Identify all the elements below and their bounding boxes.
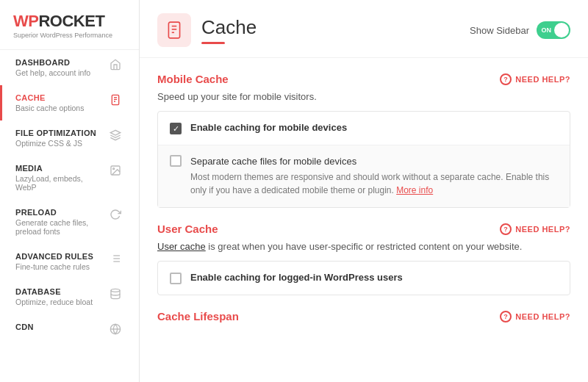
sidebar-toggle-label: Show Sidebar [470, 25, 529, 36]
page-icon [157, 13, 191, 47]
sidebar-item-preload-title: PRELOAD [15, 208, 105, 217]
page-title-underline [201, 42, 225, 44]
separate-cache-desc: Most modern themes are responsive and sh… [190, 170, 558, 197]
mobile-cache-options: ✓ Enable caching for mobile devices Sepa… [157, 111, 570, 208]
sidebar-item-media[interactable]: MEDIA LazyLoad, embeds, WebP [0, 156, 139, 200]
toggle-on-label: ON [542, 26, 552, 34]
separate-cache-label: Separate cache files for mobile devices [190, 156, 356, 167]
user-cache-section: User Cache ? NEED HELP? User cache is gr… [157, 223, 570, 295]
media-icon [105, 165, 126, 176]
sidebar-item-preload[interactable]: PRELOAD Generate cache files, preload fo… [0, 200, 139, 244]
cache-lifespan-need-help[interactable]: ? NEED HELP? [500, 311, 570, 322]
separate-cache-row: Separate cache files for mobile devices … [158, 145, 570, 207]
sidebar-item-cdn[interactable]: CDN [0, 314, 139, 343]
sidebar-item-cache-title: CACHE [15, 93, 105, 102]
svg-rect-16 [168, 22, 179, 38]
user-cache-need-help-icon: ? [500, 223, 512, 235]
logo-wp: WP [13, 12, 38, 31]
sidebar-item-adv-rules-sub: Fine-tune cache rules [15, 262, 105, 271]
user-cache-title: User Cache [157, 223, 218, 235]
enable-logged-in-cache-checkbox[interactable] [170, 273, 182, 284]
svg-marker-4 [110, 130, 120, 135]
advanced-rules-icon [105, 253, 126, 264]
page-title: Cache [201, 16, 257, 39]
user-cache-options: Enable caching for logged-in WordPress u… [157, 261, 570, 295]
enable-mobile-cache-label: Enable caching for mobile devices [190, 122, 347, 133]
sidebar-toggle-area: Show Sidebar ON [470, 21, 570, 39]
sidebar-item-file-optimization[interactable]: FILE OPTIMIZATION Optimize CSS & JS [0, 120, 139, 156]
separate-cache-checkbox[interactable] [170, 155, 182, 167]
content-area: Mobile Cache ? NEED HELP? Speed up your … [140, 73, 588, 343]
cdn-icon [105, 323, 126, 335]
sidebar-toggle-button[interactable]: ON [537, 21, 570, 39]
sidebar-item-database-title: DATABASE [15, 287, 105, 296]
user-cache-desc: User cache is great when you have user-s… [157, 241, 570, 252]
svg-point-13 [111, 289, 120, 292]
cache-lifespan-section: Cache Lifespan ? NEED HELP? [157, 310, 570, 322]
cache-lifespan-header: Cache Lifespan ? NEED HELP? [157, 310, 570, 322]
preload-icon [105, 209, 126, 220]
svg-point-6 [113, 168, 115, 170]
sidebar-item-cache[interactable]: CACHE Basic cache options [0, 85, 139, 120]
sidebar-item-file-opt-title: FILE OPTIMIZATION [15, 129, 105, 137]
sidebar-item-cdn-title: CDN [15, 322, 105, 331]
cache-icon [105, 94, 126, 106]
sidebar-item-file-opt-sub: Optimize CSS & JS [15, 139, 105, 148]
user-cache-need-help[interactable]: ? NEED HELP? [500, 223, 570, 235]
file-opt-icon [105, 129, 126, 141]
mobile-cache-header: Mobile Cache ? NEED HELP? [157, 73, 570, 85]
mobile-cache-desc: Speed up your site for mobile visitors. [157, 91, 570, 102]
sidebar-item-dashboard[interactable]: DASHBOARD Get help, account info [0, 50, 139, 85]
need-help-icon: ? [500, 73, 512, 85]
page-header: Cache Show Sidebar ON [140, 0, 588, 58]
sidebar-item-media-title: MEDIA [15, 164, 105, 173]
cache-lifespan-title: Cache Lifespan [157, 310, 239, 322]
more-info-link[interactable]: More info [396, 185, 433, 195]
sidebar-item-database[interactable]: DATABASE Optimize, reduce bloat [0, 279, 139, 314]
user-cache-header: User Cache ? NEED HELP? [157, 223, 570, 235]
main-content: Cache Show Sidebar ON Mobile Cache ? [140, 0, 588, 382]
sidebar-item-cache-sub: Basic cache options [15, 104, 105, 112]
database-icon [105, 288, 126, 300]
sidebar: WP ROCKET Superior WordPress Performance… [0, 0, 140, 382]
enable-mobile-cache-checkbox[interactable]: ✓ [170, 123, 182, 134]
logo-sub: Superior WordPress Performance [13, 32, 126, 39]
toggle-circle [554, 23, 569, 37]
mobile-cache-title: Mobile Cache [157, 73, 229, 85]
sidebar-nav: DASHBOARD Get help, account info CACHE B… [0, 50, 139, 343]
main-inner: Cache Show Sidebar ON Mobile Cache ? [140, 0, 588, 382]
mobile-cache-need-help[interactable]: ? NEED HELP? [500, 73, 570, 85]
user-cache-link[interactable]: User cache [157, 241, 206, 252]
mobile-cache-need-help-label: NEED HELP? [515, 75, 570, 84]
enable-logged-in-cache-row: Enable caching for logged-in WordPress u… [158, 262, 570, 295]
logo-rocket: ROCKET [38, 12, 104, 31]
sidebar-item-dashboard-title: DASHBOARD [15, 58, 105, 67]
mobile-cache-section: Mobile Cache ? NEED HELP? Speed up your … [157, 73, 570, 208]
sidebar-item-dashboard-sub: Get help, account info [15, 68, 105, 77]
home-icon [105, 59, 126, 71]
user-cache-need-help-label: NEED HELP? [515, 225, 570, 234]
cache-lifespan-need-help-icon: ? [500, 311, 512, 322]
sidebar-item-preload-sub: Generate cache files, preload fonts [15, 218, 105, 236]
cache-lifespan-need-help-label: NEED HELP? [515, 312, 570, 321]
logo-area: WP ROCKET Superior WordPress Performance [0, 0, 139, 50]
sidebar-item-advanced-rules[interactable]: ADVANCED RULES Fine-tune cache rules [0, 244, 139, 279]
sidebar-item-adv-rules-title: ADVANCED RULES [15, 252, 105, 261]
enable-logged-in-cache-label: Enable caching for logged-in WordPress u… [190, 272, 403, 283]
sidebar-item-database-sub: Optimize, reduce bloat [15, 298, 105, 306]
enable-mobile-cache-row: ✓ Enable caching for mobile devices [158, 112, 570, 145]
sidebar-item-media-sub: LazyLoad, embeds, WebP [15, 174, 105, 192]
